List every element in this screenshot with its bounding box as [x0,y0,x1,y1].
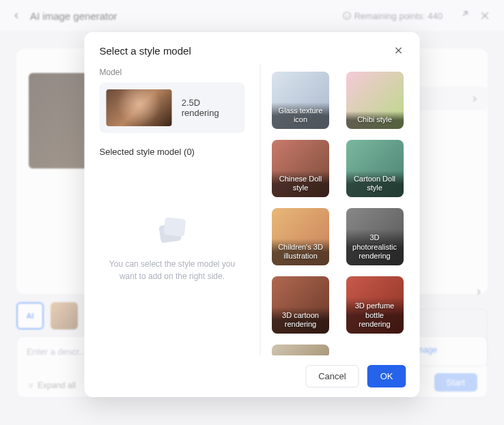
style-card-photoreal3d[interactable]: 3D photorealistic rendering [346,208,403,265]
empty-state: You can select the style model you want … [100,157,245,355]
style-card-glass[interactable]: Glass texture icon [272,72,329,129]
cancel-button[interactable]: Cancel [305,365,359,387]
style-card-label: Cartoon Doll style [346,171,403,198]
model-column: Model 2.5D rendering Selected style mode… [85,63,261,355]
selected-style-label: Selected style model (0) [100,147,245,157]
style-card-perfume3d[interactable]: 3D perfume bottle rendering [346,276,403,334]
stack-icon [153,210,191,248]
style-card-label: Children's 3D illustration [272,239,329,266]
style-card-label: Chibi style [346,111,403,129]
style-card-children3d[interactable]: Children's 3D illustration [272,208,329,265]
style-card-chinadoll[interactable]: Chinese Doll style [272,140,329,197]
dialog-close-button[interactable] [393,44,405,57]
style-card-label: Chinese Doll style [272,171,329,198]
style-card-chibi[interactable]: Chibi style [346,72,403,129]
ok-button[interactable]: OK [367,365,406,387]
current-model-card[interactable]: 2.5D rendering [100,83,245,133]
current-model-name: 2.5D rendering [182,98,238,118]
style-card-cartoon3d[interactable]: 3D cartoon rendering [272,276,329,334]
svg-rect-9 [163,217,186,237]
empty-state-text: You can select the style model you want … [107,258,238,282]
model-section-label: Model [100,68,245,77]
style-card-label: 3D cartoon rendering [272,307,329,334]
dialog-header: Select a style model [85,32,420,63]
styles-grid: Glass texture iconChibi styleChinese Dol… [272,72,409,355]
style-card-cartoondoll[interactable]: Cartoon Doll style [346,140,403,197]
style-card-partial[interactable] [272,345,329,355]
style-model-dialog: Select a style model Model 2.5D renderin… [85,32,420,397]
close-icon [394,46,404,55]
style-card-label: Glass texture icon [272,102,329,130]
dialog-title: Select a style model [100,45,191,57]
model-thumbnail [107,89,172,126]
style-card-label: 3D perfume bottle rendering [346,297,403,334]
styles-column: Glass texture iconChibi styleChinese Dol… [261,63,420,355]
style-card-label: 3D photorealistic rendering [346,229,403,265]
dialog-footer: Cancel OK [85,355,420,397]
